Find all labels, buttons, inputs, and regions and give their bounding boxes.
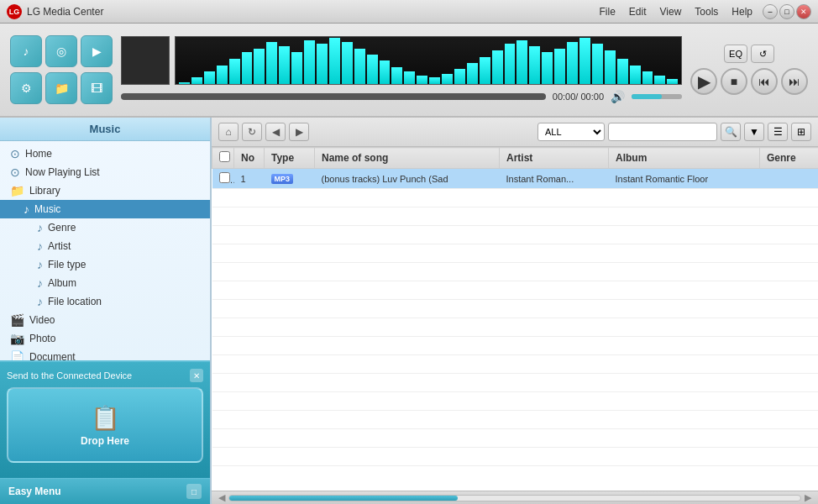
viz-bar [617, 59, 628, 84]
dropdown-view-button[interactable]: ▼ [744, 123, 764, 141]
table-row-empty [212, 318, 819, 337]
window-controls: – □ ✕ [763, 4, 811, 19]
list-view-button[interactable]: ☰ [768, 123, 788, 141]
table-row[interactable]: 1 MP3 (bonus tracks) Luv Punch (Sad Inst… [212, 169, 819, 189]
sidebar-item-album[interactable]: ♪Album [0, 274, 210, 292]
col-no: No [234, 148, 265, 169]
music-icon[interactable]: ♪ [10, 35, 42, 67]
sidebar-item-now-playing[interactable]: ⊙Now Playing List [0, 163, 210, 181]
sidebar-item-home[interactable]: ⊙Home [0, 144, 210, 163]
minimize-button[interactable]: – [763, 4, 778, 19]
cd-icon[interactable]: ◎ [45, 35, 77, 67]
search-button[interactable]: 🔍 [721, 123, 741, 141]
album-art [121, 36, 170, 85]
sidebar-item-genre[interactable]: ♪Genre [0, 218, 210, 237]
song-list-table: No Type Name of song Artist Album Genre … [212, 147, 818, 466]
viz-bar [191, 77, 202, 84]
viz-bar [266, 42, 277, 84]
progress-row: 00:00/ 00:00 🔊 [121, 90, 682, 103]
film-icon[interactable]: 🎞 [81, 72, 113, 104]
filter-dropdown[interactable]: ALL MP3 WMA AAC FLAC [537, 123, 605, 141]
row-name: (bonus tracks) Luv Punch (Sad [315, 169, 500, 189]
select-all-checkbox[interactable] [219, 151, 230, 162]
viz-bar [630, 66, 641, 84]
drop-zone[interactable]: 📋 Drop Here [7, 387, 203, 463]
viz-bar [480, 57, 490, 84]
sidebar-header: Music [0, 118, 210, 141]
sidebar-item-music[interactable]: ♪Music [0, 200, 210, 218]
device-panel-header: Send to the Connected Device ✕ [7, 369, 203, 382]
maximize-button[interactable]: □ [779, 4, 794, 19]
visualizer [175, 36, 682, 85]
table-row-empty [212, 429, 819, 448]
sidebar-item-label-album: Album [48, 277, 76, 289]
menu-view[interactable]: View [660, 6, 682, 18]
table-row-empty [212, 448, 819, 466]
time-display: 00:00/ 00:00 [553, 92, 604, 102]
device-panel-close[interactable]: ✕ [190, 369, 203, 382]
main-panel: ⌂ ↻ ◀ ▶ ALL MP3 WMA AAC FLAC 🔍 ▼ ☰ ⊞ [212, 118, 818, 504]
refresh-button[interactable]: ↻ [242, 123, 262, 141]
col-name[interactable]: Name of song [315, 148, 500, 169]
scroll-left-arrow[interactable]: ◀ [215, 492, 228, 503]
photo-icon: 📷 [10, 332, 24, 345]
viz-bar [542, 52, 553, 84]
sidebar-item-filelocation[interactable]: ♪File location [0, 292, 210, 311]
folder-icon[interactable]: 📁 [45, 72, 77, 104]
col-genre[interactable]: Genre [760, 148, 819, 169]
sidebar-item-artist[interactable]: ♪Artist [0, 237, 210, 255]
horizontal-scrollbar[interactable] [228, 495, 801, 501]
viz-bar [442, 74, 453, 84]
viz-bar [304, 40, 315, 84]
player-bar: ♪ ◎ ▶ ⚙ 📁 🎞 00:00/ 00:00 [0, 24, 818, 118]
row-check[interactable] [212, 169, 234, 189]
video-icon[interactable]: ▶ [81, 35, 113, 67]
next-button[interactable]: ⏭ [781, 68, 808, 95]
video-icon: 🎬 [10, 313, 24, 327]
viz-bar [242, 52, 253, 84]
grid-view-button[interactable]: ⊞ [791, 123, 811, 141]
sidebar-item-photo[interactable]: 📷Photo [0, 329, 210, 348]
scroll-right-arrow[interactable]: ▶ [801, 492, 815, 503]
play-button[interactable]: ▶ [690, 68, 717, 95]
repeat-button[interactable]: ↺ [751, 45, 774, 63]
drop-icon: 📋 [91, 404, 120, 432]
forward-button[interactable]: ▶ [289, 123, 309, 141]
viz-bar [429, 77, 440, 84]
viz-bar [642, 71, 653, 84]
viz-bar [404, 71, 415, 84]
col-artist[interactable]: Artist [500, 148, 609, 169]
menu-file[interactable]: File [599, 6, 615, 18]
col-check [212, 148, 234, 169]
volume-icon[interactable]: 🔊 [611, 90, 625, 103]
back-button[interactable]: ◀ [265, 123, 286, 141]
stop-button[interactable]: ■ [721, 68, 747, 95]
toolbar-row-2: ⚙ 📁 🎞 [10, 72, 113, 104]
menu-bar: File Edit View Tools Help [599, 6, 752, 18]
volume-slider[interactable] [632, 94, 682, 99]
sidebar-item-filetype[interactable]: ♪File type [0, 255, 210, 274]
sidebar-item-library[interactable]: 📁Library [0, 181, 210, 200]
sidebar-item-document[interactable]: 📄Document [0, 348, 210, 360]
home-nav-button[interactable]: ⌂ [218, 123, 239, 141]
settings-icon[interactable]: ⚙ [10, 72, 42, 104]
menu-help[interactable]: Help [731, 6, 752, 18]
viz-bar [329, 38, 340, 84]
progress-bar[interactable] [121, 93, 546, 100]
sidebar-item-video[interactable]: 🎬Video [0, 311, 210, 329]
menu-edit[interactable]: Edit [629, 6, 647, 18]
viz-bar [579, 38, 590, 84]
viz-bar [605, 50, 616, 84]
eq-button[interactable]: EQ [724, 45, 747, 63]
menu-tools[interactable]: Tools [695, 6, 718, 18]
easy-menu-button[interactable]: □ [186, 484, 202, 499]
table-row-empty [212, 263, 819, 281]
close-button[interactable]: ✕ [796, 4, 811, 19]
sidebar-item-label-filelocation: File location [48, 296, 102, 307]
body-area: Music ⊙Home⊙Now Playing List📁Library♪Mus… [0, 118, 818, 504]
prev-button[interactable]: ⏮ [751, 68, 778, 95]
row-artist: Instant Roman... [500, 169, 609, 189]
col-album[interactable]: Album [609, 148, 760, 169]
search-input[interactable] [608, 123, 717, 141]
viz-bar [254, 49, 265, 84]
